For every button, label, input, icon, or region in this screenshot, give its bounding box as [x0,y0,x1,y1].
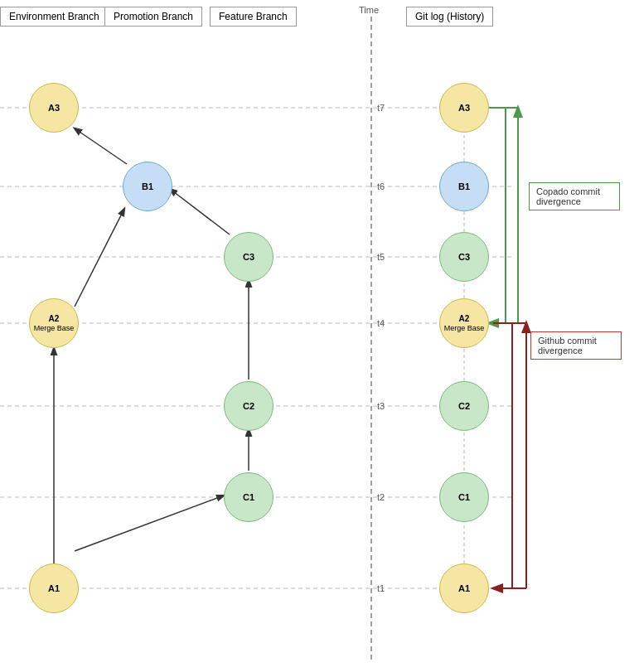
time-axis-label: Time [359,5,379,15]
time-label-t3: t3 [377,401,385,411]
legend-environment: Environment Branch [0,7,109,27]
node-a1-left: A1 [29,563,79,613]
node-a3-right: A3 [439,83,489,133]
svg-line-9 [75,496,224,551]
node-c3-right: C3 [439,232,489,282]
legend-feature: Feature Branch [210,7,297,27]
node-b1-right: B1 [439,162,489,211]
diagram-canvas: { "title": "Branch Diagram", "legend": {… [0,0,639,672]
github-divergence-box: Github commit divergence [530,331,622,360]
node-a2-left: A2Merge Base [29,298,79,348]
copado-divergence-box: Copado commit divergence [529,182,620,210]
legend-promotion: Promotion Branch [104,7,202,27]
node-a1-right: A1 [439,563,489,613]
svg-line-14 [75,128,127,164]
time-label-t5: t5 [377,252,385,262]
svg-line-13 [170,189,230,234]
time-label-t7: t7 [377,103,385,113]
time-label-t6: t6 [377,181,385,191]
node-c3-left: C3 [224,232,274,282]
node-c2-left: C2 [224,381,274,431]
node-b1-left: B1 [123,162,172,211]
node-a2-right: A2Merge Base [439,298,489,348]
time-label-t2: t2 [377,492,385,502]
time-label-t1: t1 [377,583,385,593]
node-c1-right: C1 [439,472,489,522]
svg-line-12 [75,209,124,307]
time-label-t4: t4 [377,318,385,328]
legend-gitlog: Git log (History) [406,7,493,27]
node-c2-right: C2 [439,381,489,431]
node-a3-left: A3 [29,83,79,133]
node-c1-left: C1 [224,472,274,522]
